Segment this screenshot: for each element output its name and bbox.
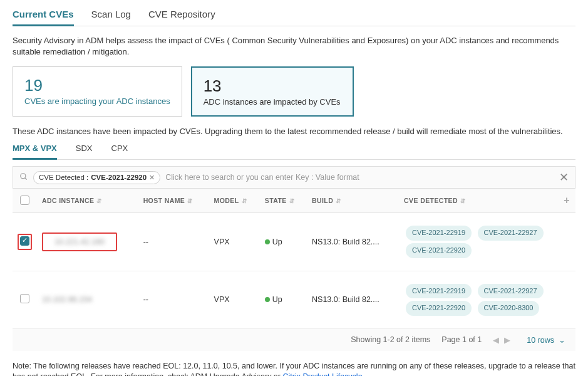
card-instances-impacted[interactable]: 13 ADC instances are impacted by CVEs bbox=[191, 66, 354, 117]
clear-search-icon[interactable]: ✕ bbox=[559, 170, 569, 184]
card-instances-count: 13 bbox=[204, 76, 341, 96]
filter-chip-remove-icon[interactable]: ✕ bbox=[149, 174, 155, 182]
prev-page-icon[interactable]: ◀ bbox=[493, 336, 504, 345]
build-value: NS13.0: Build 82.... bbox=[307, 271, 399, 328]
summary-cards: 19 CVEs are impacting your ADC instances… bbox=[13, 66, 575, 117]
sort-icon: ⇵ bbox=[96, 197, 101, 204]
cve-pill[interactable]: CVE-2021-22919 bbox=[406, 284, 472, 299]
chevron-down-icon: ⌄ bbox=[559, 336, 565, 345]
col-adc-instance[interactable]: ADC INSTANCE⇵ bbox=[37, 189, 138, 213]
subintro-text: These ADC instances have been impacted b… bbox=[13, 127, 575, 136]
cve-pill[interactable]: CVE-2021-22927 bbox=[478, 284, 544, 299]
filter-chip: CVE Detected : CVE-2021-22920 ✕ bbox=[33, 171, 160, 184]
rows-per-page[interactable]: 10 rows ⌄ bbox=[527, 335, 565, 345]
col-host-name[interactable]: HOST NAME⇵ bbox=[138, 189, 209, 213]
select-all-checkbox[interactable] bbox=[20, 196, 29, 205]
lifecycle-link[interactable]: Citrix Product Lifecycle bbox=[282, 372, 362, 376]
cve-pill[interactable]: CVE-2021-22919 bbox=[406, 226, 472, 241]
sort-icon: ⇵ bbox=[242, 197, 247, 204]
subtab-sdx[interactable]: SDX bbox=[76, 144, 93, 159]
sort-icon: ⇵ bbox=[289, 197, 294, 204]
state-value: Up bbox=[272, 238, 282, 246]
search-input[interactable]: Click here to search or you can enter Ke… bbox=[165, 173, 554, 182]
cve-pill[interactable]: CVE-2021-22927 bbox=[478, 226, 544, 241]
row-checkbox[interactable] bbox=[20, 294, 29, 303]
cve-pill[interactable]: CVE-2021-22920 bbox=[406, 243, 472, 258]
col-build[interactable]: BUILD⇵ bbox=[307, 189, 399, 213]
col-model[interactable]: MODEL⇵ bbox=[209, 189, 260, 213]
host-name-value: -- bbox=[138, 213, 209, 271]
cve-pill[interactable]: CVE-2021-22920 bbox=[406, 301, 472, 316]
build-value: NS13.0: Build 82.... bbox=[307, 213, 399, 271]
intro-text: Security Advisory in ADM helps assess th… bbox=[13, 35, 575, 58]
sort-icon: ⇵ bbox=[187, 197, 192, 204]
svg-point-0 bbox=[21, 174, 26, 179]
table-row: 10.221.42.180 -- VPX Up NS13.0: Build 82… bbox=[13, 213, 575, 271]
subtab-cpx[interactable]: CPX bbox=[111, 144, 128, 159]
host-name-value: -- bbox=[138, 271, 209, 328]
sort-icon: ⇵ bbox=[336, 197, 341, 204]
model-value: VPX bbox=[209, 271, 260, 328]
filter-chip-value: CVE-2021-22920 bbox=[91, 174, 147, 181]
state-up-icon bbox=[265, 297, 270, 302]
add-column-button[interactable]: + bbox=[558, 189, 575, 213]
instances-table: ADC INSTANCE⇵ HOST NAME⇵ MODEL⇵ STATE⇵ B… bbox=[13, 189, 575, 328]
pagination-bar: Showing 1-2 of 2 items Page 1 of 1 ◀▶ 10… bbox=[13, 329, 575, 351]
col-state[interactable]: STATE⇵ bbox=[260, 189, 307, 213]
tab-scan-log[interactable]: Scan Log bbox=[91, 9, 131, 26]
state-up-icon bbox=[265, 239, 270, 244]
eol-note: Note: The following releases have reache… bbox=[13, 361, 575, 376]
col-cve-detected[interactable]: CVE DETECTED⇵ bbox=[399, 189, 558, 213]
sort-icon: ⇵ bbox=[460, 197, 465, 204]
tab-cve-repository[interactable]: CVE Repository bbox=[148, 9, 215, 26]
page-text: Page 1 of 1 bbox=[441, 335, 482, 344]
instance-type-tabs: MPX & VPX SDX CPX bbox=[13, 144, 575, 160]
model-value: VPX bbox=[209, 213, 260, 271]
search-icon bbox=[19, 172, 28, 183]
card-instances-label: ADC instances are impacted by CVEs bbox=[204, 97, 341, 107]
row-checkbox[interactable] bbox=[20, 236, 29, 246]
showing-text: Showing 1-2 of 2 items bbox=[351, 335, 430, 344]
adc-instance-value[interactable]: 10.221.42.180 bbox=[54, 238, 105, 246]
main-tabs: Current CVEs Scan Log CVE Repository bbox=[13, 9, 575, 26]
cve-pill[interactable]: CVE-2020-8300 bbox=[478, 301, 540, 316]
search-bar: CVE Detected : CVE-2021-22920 ✕ Click he… bbox=[13, 166, 575, 189]
state-value: Up bbox=[272, 295, 282, 304]
table-row: 10.102.96.154 -- VPX Up NS13.0: Build 82… bbox=[13, 271, 575, 328]
next-page-icon[interactable]: ▶ bbox=[504, 336, 515, 345]
filter-chip-key: CVE Detected : bbox=[39, 174, 88, 181]
adc-instance-value[interactable]: 10.102.96.154 bbox=[42, 295, 92, 304]
card-cves-impacting[interactable]: 19 CVEs are impacting your ADC instances bbox=[13, 66, 182, 117]
card-cves-label: CVEs are impacting your ADC instances bbox=[24, 97, 170, 106]
card-cves-count: 19 bbox=[24, 76, 170, 95]
tab-current-cves[interactable]: Current CVEs bbox=[13, 9, 74, 26]
svg-line-1 bbox=[25, 178, 27, 180]
subtab-mpx-vpx[interactable]: MPX & VPX bbox=[13, 144, 57, 160]
